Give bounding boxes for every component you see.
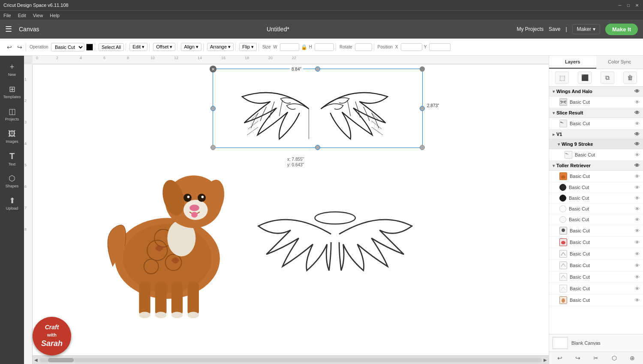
arrange-button[interactable]: Arrange ▾ [207,43,234,51]
panel-move-back-button[interactable]: ⬚ [555,72,569,84]
panel-bottom-undo[interactable]: ↩ [557,355,562,361]
blank-canvas-row[interactable]: Blank Canvas [549,334,643,352]
menu-view[interactable]: View [33,13,43,18]
eye-icon-toller[interactable]: 👁 [634,162,640,168]
layer-item-tr-2[interactable]: Basic Cut 👁 [549,182,643,193]
eye-icon-tr3[interactable]: 👁 [635,196,640,201]
canvas-area[interactable]: 0 2 4 6 8 10 12 14 16 18 20 22 1 2 3 4 5 [24,56,549,364]
eye-icon-tr6[interactable]: 👁 [635,228,640,233]
redo-button[interactable]: ↪ [15,43,24,51]
layer-item-tr-1[interactable]: Basic Cut 👁 [549,171,643,182]
width-input[interactable]: 8.84 [280,43,299,51]
align-button[interactable]: Align ▾ [181,43,201,51]
eye-icon-slice[interactable]: 👁 [634,110,640,116]
save-button[interactable]: Save [549,26,560,32]
layer-item-tr-8[interactable]: Basic Cut 👁 [549,248,643,260]
layer-subgroup-wing9[interactable]: ▾ Wing 9 Stroke 👁 [549,139,643,149]
menu-edit[interactable]: Edit [18,13,26,18]
handle-lm[interactable] [210,106,216,111]
handle-tl[interactable] [210,66,216,72]
sidebar-item-templates[interactable]: ⊞ Templates [2,81,22,102]
canvas-content[interactable]: ✕ 8.84" 2.873" x: 7.855" y: 0.643" [33,64,549,355]
operation-select[interactable]: Basic Cut [51,43,84,51]
scroll-right-button[interactable]: ▶ [544,358,547,362]
eye-icon-bc-w9[interactable]: 👁 [635,152,640,157]
rotate-input[interactable]: 0.61 [355,43,372,51]
make-it-button[interactable]: Make It [605,24,638,35]
handle-br[interactable] [420,145,425,150]
close-button[interactable]: ✕ [634,3,640,8]
panel-delete-button[interactable]: 🗑 [623,72,637,84]
panel-bottom-scissors[interactable]: ✂ [593,355,598,361]
undo-button[interactable]: ↩ [5,43,14,51]
sidebar-item-images[interactable]: 🖼 Images [2,126,22,147]
eye-icon-tr8[interactable]: 👁 [635,251,640,256]
my-projects-button[interactable]: My Projects [517,26,544,32]
eye-icon-tr11[interactable]: 👁 [635,286,640,291]
eye-icon-tr9[interactable]: 👁 [635,263,640,268]
lock-icon[interactable]: 🔒 [301,44,307,50]
handle-rotate[interactable] [420,66,425,72]
layer-item-tr-5[interactable]: Basic Cut 👁 [549,214,643,225]
layer-item-tr-7[interactable]: Basic Cut 👁 [549,237,643,248]
layer-item-tr-4[interactable]: Basic Cut 👁 [549,204,643,214]
eye-icon-bc-wh[interactable]: 👁 [635,99,640,105]
tab-color-sync[interactable]: Color Sync [596,56,643,69]
sidebar-item-new[interactable]: + New [2,59,22,80]
layer-group-wings-and-halo[interactable]: ▾ Wings And Halo 👁 [549,87,643,96]
sidebar-item-upload[interactable]: ⬆ Upload [2,193,22,214]
height-input[interactable]: 2.873 [315,43,334,51]
panel-bottom-arrange[interactable]: ⬡ [612,355,617,361]
eye-icon-tr12[interactable]: 👁 [635,298,640,303]
eye-icon-w9[interactable]: 👁 [634,141,640,147]
layer-item-bc-sr[interactable]: Basic Cut 👁 [549,118,643,129]
eye-icon-bc-sr[interactable]: 👁 [635,121,640,126]
eye-icon-tr2[interactable]: 👁 [635,185,640,190]
layer-item-tr-12[interactable]: Basic Cut 👁 [549,295,643,306]
panel-duplicate-button[interactable]: ⧉ [601,72,614,84]
eye-icon-tr5[interactable]: 👁 [635,217,640,222]
menu-file[interactable]: File [3,13,11,18]
flip-button[interactable]: Flip ▾ [239,43,257,51]
sidebar-item-text[interactable]: T Text [2,148,22,169]
layer-item-bc-w9[interactable]: Basic Cut 👁 [549,149,643,161]
layer-item-tr-11[interactable]: Basic Cut 👁 [549,283,643,295]
minimize-button[interactable]: ─ [617,3,622,8]
sidebar-item-shapes[interactable]: ⬡ Shapes [2,171,22,191]
handle-bm[interactable] [315,145,320,150]
edit-button[interactable]: Edit ▾ [129,43,147,51]
handle-tm[interactable] [315,66,320,72]
scroll-thumb[interactable] [48,358,74,362]
layer-item-tr-9[interactable]: Basic Cut 👁 [549,260,643,271]
layer-group-v1[interactable]: ▸ V1 👁 [549,129,643,139]
y-input[interactable]: 0.428 [429,43,451,51]
layer-group-slice-result[interactable]: ▾ Slice Result 👁 [549,108,643,118]
eye-icon-tr7[interactable]: 👁 [635,240,640,245]
eye-icon-tr10[interactable]: 👁 [635,274,640,280]
layer-item-tr-6[interactable]: Basic Cut 👁 [549,225,643,237]
maker-button[interactable]: Maker ▾ [572,24,600,34]
scroll-left-button[interactable]: ◀ [34,358,38,362]
panel-bottom-redo[interactable]: ↪ [575,355,580,361]
eye-icon-tr1[interactable]: 👁 [635,174,640,179]
panel-bottom-combine[interactable]: ⊕ [630,355,635,361]
handle-rm[interactable] [420,106,425,111]
eye-icon-tr4[interactable]: 👁 [635,206,640,211]
eye-icon-v1[interactable]: 👁 [634,131,640,137]
layer-item-bc-wh[interactable]: Basic Cut 👁 [549,96,643,108]
layer-group-toller[interactable]: ▾ Toller Retriever 👁 [549,161,643,171]
select-all-button[interactable]: Select All [99,43,124,51]
layer-item-tr-3[interactable]: Basic Cut 👁 [549,193,643,204]
handle-bl[interactable] [210,145,216,150]
tab-layers[interactable]: Layers [549,56,596,69]
x-input[interactable]: 8.696 [401,43,422,51]
maximize-button[interactable]: □ [626,3,631,8]
layer-item-tr-10[interactable]: Basic Cut 👁 [549,271,643,283]
hamburger-menu[interactable]: ☰ [5,24,12,34]
canvas-scrollbar[interactable]: ◀ ▶ [33,355,549,364]
panel-move-forward-button[interactable]: ⬛ [578,72,592,84]
color-swatch[interactable] [86,44,93,51]
menu-help[interactable]: Help [50,13,60,18]
sidebar-item-projects[interactable]: ◫ Projects [2,104,22,124]
offset-button[interactable]: Offset ▾ [153,43,175,51]
